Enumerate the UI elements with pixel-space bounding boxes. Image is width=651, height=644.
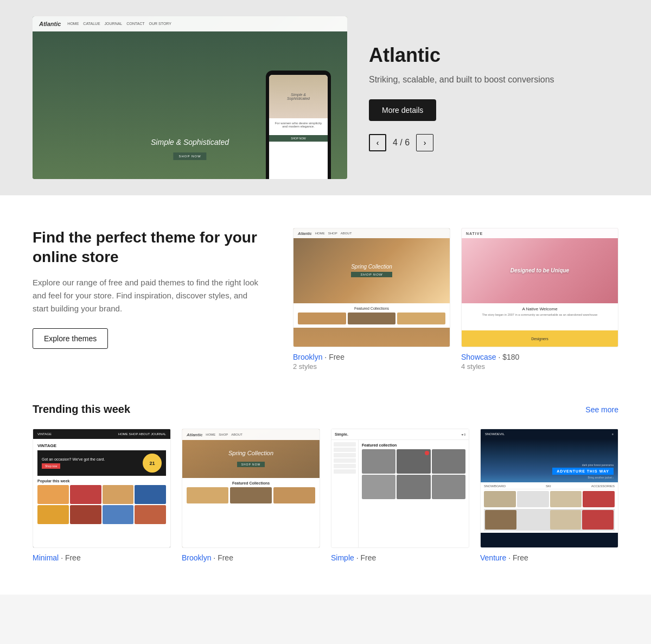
see-more-link[interactable]: See more bbox=[585, 405, 618, 414]
mobile-shop-btn: SHOP NOW bbox=[269, 135, 328, 142]
hero-section: Atlantic HOME CATALUE JOURNAL CONTACT OU… bbox=[0, 0, 651, 195]
venture-trending-name[interactable]: Venture · Free bbox=[480, 553, 618, 562]
trending-title: Trending this week bbox=[33, 403, 130, 416]
minimal-theme-name[interactable]: Minimal · Free bbox=[33, 553, 171, 562]
venture-product-1 bbox=[484, 491, 516, 507]
hero-nav-logo: Atlantic bbox=[39, 21, 61, 27]
showcase-nav: NATIVE bbox=[462, 228, 618, 238]
mobile-mockup: Simple &Sophisticated For women who desi… bbox=[266, 71, 331, 179]
hero-theme-subtitle: Striking, scalable, and built to boost c… bbox=[369, 73, 618, 86]
hero-nav-bar: Atlantic HOME CATALUE JOURNAL CONTACT OU… bbox=[33, 16, 347, 31]
mobile-screen-text: For women who desire simplicity and mode… bbox=[269, 118, 328, 133]
venture-nav: SNOWDEVIL ≡ bbox=[481, 429, 618, 439]
main-content: Find the perfect theme for your online s… bbox=[0, 195, 651, 595]
hero-details-button[interactable]: More details bbox=[369, 99, 436, 121]
mobile-hero-image: Simple &Sophisticated bbox=[269, 75, 328, 118]
brooklyn-theme-image: Atlantic HOMESHOPABOUT Spring Collection… bbox=[293, 228, 450, 347]
simple-product-grid bbox=[362, 449, 465, 499]
hero-shop-now: SHOP NOW bbox=[173, 152, 206, 160]
hero-overlay-text: Simple & Sophisticated bbox=[151, 138, 229, 146]
showcase-theme-image: NATIVE Designed to be Unique A Native We… bbox=[461, 228, 618, 347]
minimal-theme-image: VINTAGE HOME SHOP ABOUT JOURNAL VINTAGE … bbox=[33, 429, 171, 548]
brooklyn-collections: Featured Collections bbox=[293, 303, 450, 328]
minimal-nav: VINTAGE HOME SHOP ABOUT JOURNAL bbox=[33, 429, 170, 439]
venture-section-item-1 bbox=[485, 510, 516, 530]
showcase-hero-img: Designed to be Unique bbox=[462, 238, 618, 303]
minimal-product-2 bbox=[70, 485, 101, 504]
showcase-theme-name[interactable]: Showcase · $180 bbox=[461, 353, 618, 361]
simple-product-5 bbox=[397, 475, 430, 499]
hero-preview-inner: Atlantic HOME CATALUE JOURNAL CONTACT OU… bbox=[33, 16, 347, 179]
minimal-product-7 bbox=[103, 505, 134, 524]
venture-product-grid bbox=[484, 491, 615, 507]
simple-product-3 bbox=[432, 449, 465, 474]
simple-product-2 bbox=[397, 449, 430, 474]
brooklyn-trending-mockup: Atlantic HOMESHOPABOUT Spring Collection… bbox=[182, 429, 320, 547]
brooklyn-grid-item-1 bbox=[298, 313, 346, 324]
simple-trending-name[interactable]: Simple · Free bbox=[331, 553, 469, 562]
hero-pagination: ‹ 4 / 6 › bbox=[369, 134, 618, 151]
explore-themes-button[interactable]: Explore themes bbox=[33, 328, 108, 349]
venture-hero: dark pine forest panorama ADVENTURE THIS… bbox=[481, 439, 618, 482]
trending-header: Trending this week See more bbox=[33, 403, 618, 416]
brooklyn-trending-name[interactable]: Brooklyn · Free bbox=[182, 553, 320, 562]
trending-grid: VINTAGE HOME SHOP ABOUT JOURNAL VINTAGE … bbox=[33, 429, 618, 562]
simple-product-1 bbox=[362, 449, 395, 474]
showcase-mockup: NATIVE Designed to be Unique A Native We… bbox=[462, 228, 618, 347]
brooklyn-product-grid bbox=[298, 313, 445, 324]
brooklyn-theme-name[interactable]: Brooklyn · Free bbox=[293, 353, 450, 361]
simple-main: Featured collection bbox=[359, 440, 469, 547]
venture-product-4 bbox=[583, 491, 615, 507]
brooklyn-grid-item-2 bbox=[348, 313, 396, 324]
hero-nav-links: HOME CATALUE JOURNAL CONTACT OUR STORY bbox=[67, 22, 171, 25]
venture-section-item-2 bbox=[518, 510, 549, 530]
minimal-product-grid bbox=[37, 485, 166, 524]
brooklyn-theme-styles: 2 styles bbox=[293, 362, 450, 371]
hero-desktop-mockup: Atlantic HOME CATALUE JOURNAL CONTACT OU… bbox=[33, 16, 347, 179]
trending-section: Trending this week See more VINTAGE HOME… bbox=[33, 403, 618, 562]
brooklyn-hero-img: Spring Collection SHOP NOW bbox=[293, 238, 450, 303]
simple-product-6 bbox=[432, 475, 465, 499]
hero-prev-button[interactable]: ‹ bbox=[369, 134, 386, 151]
minimal-product-4 bbox=[135, 485, 166, 504]
simple-content: Featured collection bbox=[331, 440, 469, 547]
simple-product-4 bbox=[362, 475, 395, 499]
venture-mockup: SNOWDEVIL ≡ dark pine forest panorama AD… bbox=[481, 429, 618, 547]
mobile-screen: Simple &Sophisticated For women who desi… bbox=[269, 75, 328, 179]
minimal-product-3 bbox=[103, 485, 134, 504]
theme-finder-description: Explore our range of free and paid theme… bbox=[33, 276, 260, 315]
theme-cards: Atlantic HOMESHOPABOUT Spring Collection… bbox=[293, 228, 618, 371]
hero-info: Atlantic Striking, scalable, and built t… bbox=[369, 44, 618, 151]
minimal-trending-card: VINTAGE HOME SHOP ABOUT JOURNAL VINTAGE … bbox=[33, 429, 171, 562]
hero-preview: Atlantic HOME CATALUE JOURNAL CONTACT OU… bbox=[33, 16, 347, 179]
venture-trending-card: SNOWDEVIL ≡ dark pine forest panorama AD… bbox=[480, 429, 618, 562]
showcase-theme-styles: 4 styles bbox=[461, 362, 618, 371]
minimal-mockup: VINTAGE HOME SHOP ABOUT JOURNAL VINTAGE … bbox=[33, 429, 170, 547]
venture-content: SNOWBOARD SKI ACCESSORIES bbox=[481, 482, 618, 533]
showcase-content: A Native Welcome The story began in 2007… bbox=[462, 303, 618, 330]
brooklyn-trending-nav: Atlantic HOMESHOPABOUT bbox=[182, 429, 320, 440]
minimal-product-8 bbox=[135, 505, 166, 524]
brooklyn-theme-card: Atlantic HOMESHOPABOUT Spring Collection… bbox=[293, 228, 450, 371]
venture-section-item-3 bbox=[550, 510, 582, 530]
venture-section-item-4 bbox=[582, 510, 614, 530]
simple-nav: Simple. ♥ 0 bbox=[331, 429, 469, 440]
venture-product-3 bbox=[550, 491, 582, 507]
brooklyn-trending-image: Atlantic HOMESHOPABOUT Spring Collection… bbox=[182, 429, 320, 548]
brooklyn-trending-card: Atlantic HOMESHOPABOUT Spring Collection… bbox=[182, 429, 320, 562]
theme-finder-section: Find the perfect theme for your online s… bbox=[33, 228, 618, 371]
simple-trending-card: Simple. ♥ 0 bbox=[331, 429, 469, 562]
brooklyn-grid-item-3 bbox=[397, 313, 445, 324]
venture-trending-image: SNOWDEVIL ≡ dark pine forest panorama AD… bbox=[480, 429, 618, 548]
minimal-product-1 bbox=[37, 485, 69, 504]
brooklyn-mockup: Atlantic HOMESHOPABOUT Spring Collection… bbox=[293, 228, 450, 347]
hero-theme-name: Atlantic bbox=[369, 44, 618, 67]
simple-mockup: Simple. ♥ 0 bbox=[331, 429, 469, 547]
venture-section-2 bbox=[484, 509, 615, 531]
simple-trending-image: Simple. ♥ 0 bbox=[331, 429, 469, 548]
minimal-content: VINTAGE Got an occasion? We've got the c… bbox=[33, 439, 170, 547]
showcase-yellow-bar: Designers bbox=[462, 330, 618, 347]
theme-finder-title: Find the perfect theme for your online s… bbox=[33, 228, 260, 267]
hero-next-button[interactable]: › bbox=[416, 134, 433, 151]
showcase-theme-card: NATIVE Designed to be Unique A Native We… bbox=[461, 228, 618, 371]
